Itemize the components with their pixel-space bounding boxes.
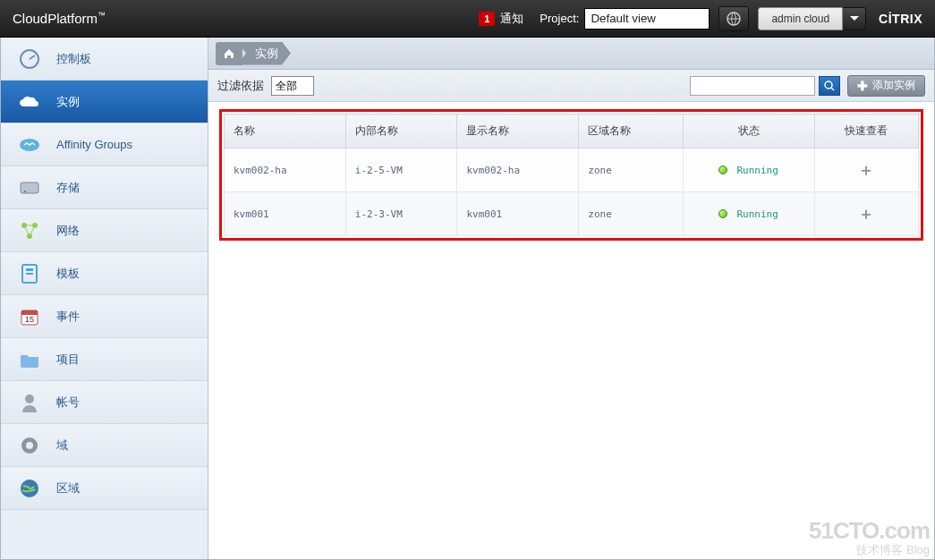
user-pill[interactable]: admin cloud [758,7,843,30]
globe-button[interactable] [718,6,749,31]
main-content: 实例 过滤依据 全部 ✚ 添加实例 名称 内部名称 显 [208,38,934,559]
sidebar-item-label: 事件 [56,309,80,325]
sidebar-item-projects[interactable]: 项目 [1,338,208,381]
topbar: CloudPlatform™ 1 通知 Project: Default vie… [0,0,935,38]
add-button-label: 添加实例 [872,78,915,93]
sidebar-item-label: 区域 [56,480,80,496]
region-icon [17,476,42,501]
search-button[interactable] [819,76,840,96]
add-instance-button[interactable]: ✚ 添加实例 [847,75,925,97]
sidebar-item-label: 项目 [56,352,80,368]
home-icon [223,47,235,60]
watermark: 51CTO.com 技术博客 Blog [809,518,930,556]
col-display[interactable]: 显示名称 [457,115,579,148]
user-icon [17,390,42,415]
sidebar-item-affinity[interactable]: Affinity Groups [1,123,208,166]
domain-icon [17,433,42,458]
col-quick[interactable]: 快速查看 [814,115,918,148]
cell-zone: zone [579,148,683,192]
cloud-icon [17,89,42,115]
filter-label: 过滤依据 [217,78,264,94]
sidebar-item-label: Affinity Groups [56,138,132,151]
brand: CloudPlatform™ [13,11,106,26]
affinity-icon [17,132,42,157]
sidebar-item-regions[interactable]: 区域 [1,467,208,510]
cell-zone: zone [579,192,683,236]
svg-text:15: 15 [25,315,34,324]
cell-name: kvm002-ha [225,148,346,192]
status-text: Running [736,208,778,220]
chevron-down-icon [850,16,859,21]
col-status[interactable]: 状态 [683,115,814,148]
cell-status: Running [683,192,814,236]
sidebar-item-label: 模板 [56,266,80,282]
sidebar-item-events[interactable]: 15 事件 [1,295,208,338]
breadcrumb-home[interactable] [216,42,242,65]
sidebar-item-accounts[interactable]: 帐号 [1,381,208,424]
col-zone[interactable]: 区域名称 [579,115,683,148]
svg-rect-3 [21,182,38,193]
sidebar-item-label: 存储 [56,180,80,196]
sidebar-item-dashboard[interactable]: 控制板 [1,38,208,81]
network-icon [17,218,42,243]
sidebar-item-network[interactable]: 网络 [1,209,208,252]
status-dot-icon [718,209,727,218]
layout: 控制板 实例 Affinity Groups 存储 网络 模板 15 事件 项目 [0,38,935,560]
status-dot-icon [718,165,727,174]
notification[interactable]: 1 通知 [479,11,523,27]
filter-bar: 过滤依据 全部 ✚ 添加实例 [208,70,934,102]
sidebar-item-label: 控制板 [56,51,91,67]
project-select[interactable]: Default view [584,8,710,30]
brand-tm: ™ [98,11,106,20]
svg-rect-10 [26,273,33,275]
sidebar-item-storage[interactable]: 存储 [1,166,208,209]
user-menu-caret[interactable] [843,7,866,30]
cell-internal: i-2-5-VM [345,148,457,192]
sidebar: 控制板 实例 Affinity Groups 存储 网络 模板 15 事件 项目 [1,38,208,559]
breadcrumb-bar: 实例 [208,38,934,70]
dashboard-icon [17,47,42,72]
svg-point-18 [825,81,832,89]
filter-select[interactable]: 全部 [271,76,314,96]
quickview-button[interactable]: ＋ [814,148,918,192]
svg-point-4 [24,191,26,192]
sidebar-item-label: 实例 [56,94,80,110]
storage-icon [17,175,42,200]
plus-icon: ✚ [857,79,868,93]
notif-count: 1 [479,12,495,26]
col-name[interactable]: 名称 [225,115,346,148]
col-internal[interactable]: 内部名称 [345,115,457,148]
instances-table-highlight: 名称 内部名称 显示名称 区域名称 状态 快速查看 kvm002-ha i-2-… [219,109,923,241]
table-row[interactable]: kvm002-ha i-2-5-VM kvm002-ha zone Runnin… [225,148,919,192]
folder-icon [17,347,42,372]
notif-label: 通知 [500,11,523,27]
cell-display: kvm001 [457,192,579,236]
cell-display: kvm002-ha [457,148,579,192]
status-text: Running [736,165,778,176]
instances-table: 名称 内部名称 显示名称 区域名称 状态 快速查看 kvm002-ha i-2-… [224,114,919,236]
sidebar-item-templates[interactable]: 模板 [1,252,208,295]
sidebar-item-label: 帐号 [56,395,80,411]
table-row[interactable]: kvm001 i-2-3-VM kvm001 zone Running ＋ [225,192,919,236]
cell-status: Running [683,148,814,192]
sidebar-item-label: 域 [56,437,68,454]
template-icon [17,261,42,286]
search-input[interactable] [690,76,815,96]
project-label: Project: [540,12,579,25]
watermark-line2: 技术博客 Blog [809,544,930,556]
watermark-line1: 51CTO.com [809,518,930,544]
calendar-icon: 15 [17,304,42,329]
cell-internal: i-2-3-VM [345,192,457,236]
search-icon [824,81,835,91]
sidebar-item-domains[interactable]: 域 [1,424,208,467]
svg-rect-9 [26,268,33,271]
quickview-button[interactable]: ＋ [814,192,918,236]
sidebar-item-instances[interactable]: 实例 [1,81,208,123]
breadcrumb-current[interactable]: 实例 [237,42,291,65]
sidebar-item-label: 网络 [56,223,80,239]
globe-icon [726,11,742,27]
svg-point-14 [25,395,34,403]
cell-name: kvm001 [225,192,346,236]
brand-text: CloudPlatform [13,11,98,26]
vendor-logo: CİTRIX [879,12,922,26]
